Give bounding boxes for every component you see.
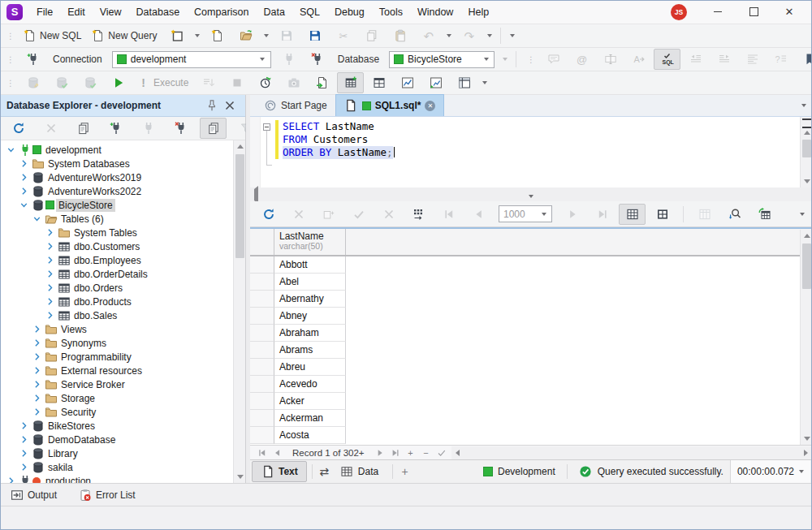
menu-database[interactable]: Database bbox=[129, 0, 188, 24]
grid-row-header[interactable] bbox=[250, 308, 274, 325]
maximize-button[interactable] bbox=[736, 1, 771, 24]
chevron-right-icon[interactable] bbox=[18, 447, 30, 459]
record-last-button[interactable] bbox=[389, 447, 400, 458]
record-prev-button[interactable] bbox=[272, 447, 283, 458]
chevron-right-icon[interactable] bbox=[31, 406, 43, 418]
redo-dropdown[interactable] bbox=[484, 26, 495, 45]
environment-indicator[interactable]: Development bbox=[477, 466, 562, 477]
first-page-button[interactable] bbox=[435, 204, 462, 225]
chevron-right-icon[interactable] bbox=[31, 378, 43, 390]
execute-play-button[interactable] bbox=[105, 72, 132, 93]
chevron-right-icon[interactable] bbox=[18, 185, 30, 197]
connection-combo[interactable]: development bbox=[112, 51, 271, 68]
menu-help[interactable]: Help bbox=[460, 0, 496, 24]
tree-item-bicyclestore[interactable]: BicycleStore bbox=[0, 198, 233, 212]
chevron-right-icon[interactable] bbox=[18, 461, 30, 473]
scroll-down-icon[interactable] bbox=[801, 433, 812, 445]
open-file-button[interactable] bbox=[232, 25, 259, 46]
scroll-down-icon[interactable] bbox=[801, 175, 812, 187]
export-document-button[interactable] bbox=[309, 72, 335, 93]
combo-dropdown-icon[interactable] bbox=[257, 52, 269, 67]
execute-toolbar-overflow[interactable] bbox=[479, 73, 490, 93]
grid-row-header[interactable] bbox=[250, 325, 274, 342]
new-sql-button[interactable]: New SQL bbox=[19, 25, 86, 46]
tree-scrollbar[interactable] bbox=[233, 140, 245, 483]
menu-tools[interactable]: Tools bbox=[372, 0, 410, 24]
tree-item-external-resources[interactable]: External resources bbox=[0, 364, 233, 377]
file-toolbar-overflow[interactable] bbox=[507, 26, 517, 45]
scrollbar-thumb[interactable] bbox=[235, 154, 244, 258]
format-lines-button[interactable] bbox=[739, 49, 766, 70]
page-size-combo[interactable]: 1000 bbox=[499, 205, 552, 222]
database-validate-button[interactable] bbox=[48, 72, 75, 93]
grid-row-header[interactable] bbox=[250, 359, 274, 376]
chevron-right-icon[interactable] bbox=[18, 420, 30, 432]
open-chart-button[interactable] bbox=[394, 72, 421, 93]
scroll-up-icon[interactable] bbox=[234, 140, 246, 153]
redo-button[interactable]: ↷ bbox=[456, 25, 482, 46]
export-data-button[interactable] bbox=[751, 204, 778, 225]
tree-item-tables-6-[interactable]: Tables (6) bbox=[0, 212, 233, 226]
paste-button[interactable] bbox=[387, 25, 413, 46]
chevron-down-icon[interactable] bbox=[5, 144, 17, 156]
grid-scrollbar[interactable] bbox=[800, 230, 812, 445]
pin-button[interactable] bbox=[203, 97, 221, 114]
tree-item-views[interactable]: Views bbox=[0, 322, 233, 336]
chevron-right-icon[interactable] bbox=[44, 240, 56, 252]
combo-dropdown-icon[interactable] bbox=[480, 52, 492, 67]
tree-item-security[interactable]: Security bbox=[0, 405, 233, 419]
scroll-right-icon[interactable] bbox=[804, 450, 808, 456]
explorer-disconnect-button[interactable] bbox=[167, 118, 194, 139]
format-sql-button[interactable]: SQL bbox=[654, 49, 680, 70]
menu-window[interactable]: Window bbox=[410, 0, 460, 24]
grid-hscrollbar[interactable] bbox=[451, 446, 812, 459]
tree-item-adventureworks2022[interactable]: AdventureWorks2022 bbox=[0, 184, 233, 198]
scroll-left-icon[interactable] bbox=[456, 450, 460, 456]
query-history-button[interactable] bbox=[252, 72, 279, 93]
database-combo[interactable]: BicycleStore bbox=[389, 51, 495, 68]
explorer-duplicate-button[interactable] bbox=[70, 118, 97, 139]
results-toolbar-overflow[interactable] bbox=[797, 205, 807, 224]
prev-page-button[interactable] bbox=[465, 204, 492, 225]
grid-cell[interactable]: Abel bbox=[274, 274, 346, 291]
grid-row-header[interactable] bbox=[250, 342, 274, 359]
explorer-refresh-button[interactable] bbox=[5, 118, 32, 139]
tree-item-programmability[interactable]: Programmability bbox=[0, 350, 233, 364]
chevron-right-icon[interactable] bbox=[31, 364, 43, 377]
chevron-right-icon[interactable] bbox=[44, 226, 56, 239]
new-results-grid-button[interactable] bbox=[337, 72, 364, 93]
results-paging-button[interactable] bbox=[405, 204, 432, 225]
grid-cell[interactable]: Acevedo bbox=[274, 376, 346, 393]
grid-cell[interactable]: Abernathy bbox=[274, 291, 346, 308]
chevron-right-icon[interactable] bbox=[18, 433, 30, 446]
combo-dropdown-icon[interactable] bbox=[538, 206, 550, 222]
chevron-down-icon[interactable] bbox=[31, 213, 43, 225]
split-results-button[interactable] bbox=[365, 72, 392, 93]
execute-to-file-button[interactable] bbox=[195, 72, 222, 93]
tree-item-system-tables[interactable]: System Tables bbox=[0, 226, 233, 239]
user-avatar[interactable]: JS bbox=[671, 4, 687, 20]
tree-item-dbo-sales[interactable]: dbo.Sales bbox=[0, 308, 233, 322]
card-view-button[interactable] bbox=[649, 204, 676, 225]
query-snapshot-button[interactable] bbox=[280, 72, 307, 93]
undo-button[interactable]: ↶ bbox=[415, 25, 442, 46]
chart-designer-button[interactable] bbox=[422, 72, 449, 93]
connect-button[interactable] bbox=[276, 49, 303, 70]
grid-row-header[interactable] bbox=[250, 427, 274, 444]
menu-comparison[interactable]: Comparison bbox=[187, 0, 256, 24]
format-wizard-button[interactable]: ? bbox=[767, 49, 794, 70]
database-apply-button[interactable] bbox=[76, 72, 103, 93]
grid-row-header[interactable] bbox=[250, 393, 274, 410]
results-refresh-button[interactable] bbox=[255, 204, 282, 225]
menu-sql[interactable]: SQL bbox=[292, 0, 327, 24]
grid-row-header[interactable] bbox=[250, 291, 274, 308]
grid-row-header[interactable] bbox=[250, 256, 274, 274]
comment-lines-button[interactable] bbox=[540, 49, 567, 70]
menu-view[interactable]: View bbox=[93, 0, 129, 24]
last-page-button[interactable] bbox=[589, 204, 615, 225]
decrease-indent-button[interactable] bbox=[682, 49, 709, 70]
grid-cell[interactable]: Acosta bbox=[274, 427, 346, 444]
tree-item-production[interactable]: production bbox=[0, 474, 233, 483]
minimize-button[interactable] bbox=[700, 1, 736, 24]
tree-item-demodatabase[interactable]: DemoDatabase bbox=[0, 433, 233, 446]
